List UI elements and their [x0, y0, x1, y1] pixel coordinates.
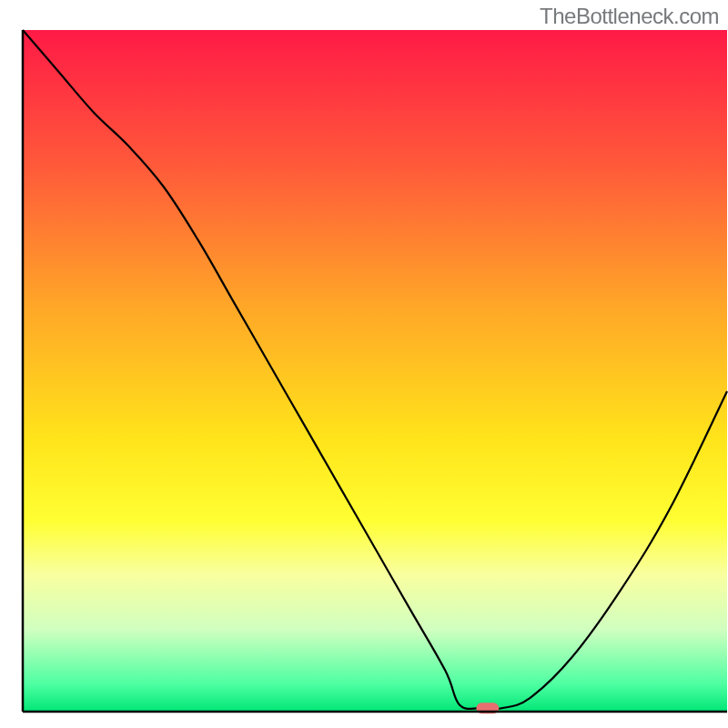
chart-container: TheBottleneck.com: [0, 0, 728, 728]
bottleneck-chart: [0, 0, 728, 728]
gradient-background: [23, 30, 727, 712]
attribution-text: TheBottleneck.com: [540, 4, 719, 29]
